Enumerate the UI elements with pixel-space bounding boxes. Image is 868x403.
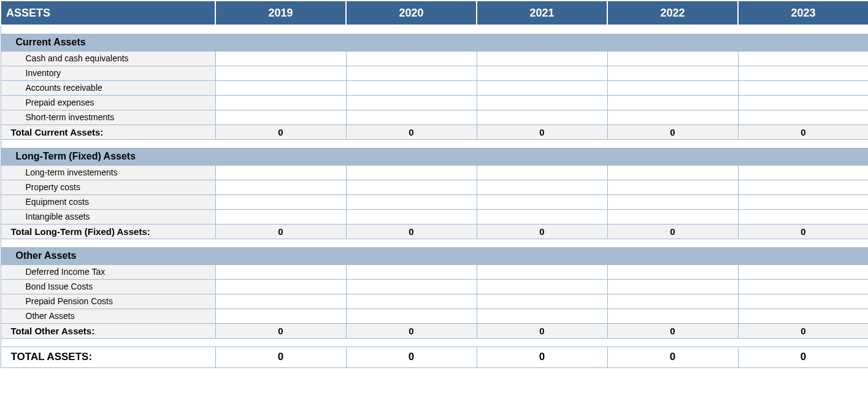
- subtotal-row: Total Other Assets:00000: [1, 323, 868, 338]
- line-value[interactable]: [477, 51, 607, 66]
- line-value[interactable]: [215, 209, 346, 224]
- subtotal-value: 0: [346, 125, 477, 139]
- line-value[interactable]: [346, 66, 477, 80]
- header-year: 2022: [607, 1, 738, 25]
- line-value[interactable]: [607, 279, 738, 294]
- grand-total-value: 0: [477, 347, 607, 367]
- line-value[interactable]: [738, 80, 868, 95]
- line-value[interactable]: [215, 95, 346, 110]
- line-value[interactable]: [607, 294, 738, 309]
- line-value[interactable]: [607, 95, 738, 110]
- line-value[interactable]: [477, 264, 607, 279]
- line-value[interactable]: [477, 110, 607, 125]
- line-value[interactable]: [477, 309, 607, 323]
- line-value[interactable]: [477, 80, 607, 95]
- subtotal-row: Total Long-Term (Fixed) Assets:00000: [1, 224, 868, 239]
- line-value[interactable]: [738, 309, 868, 323]
- line-value[interactable]: [607, 194, 738, 209]
- line-value[interactable]: [215, 294, 346, 309]
- line-value[interactable]: [477, 165, 607, 180]
- line-value[interactable]: [346, 95, 477, 110]
- line-value[interactable]: [738, 294, 868, 309]
- line-value[interactable]: [607, 180, 738, 194]
- spacer-cell: [1, 239, 868, 247]
- line-value[interactable]: [738, 264, 868, 279]
- subtotal-value: 0: [346, 323, 477, 338]
- line-value[interactable]: [215, 51, 346, 66]
- line-value[interactable]: [607, 264, 738, 279]
- section-heading: Current Assets: [1, 34, 868, 51]
- line-value[interactable]: [607, 309, 738, 323]
- line-value[interactable]: [607, 165, 738, 180]
- line-value[interactable]: [346, 51, 477, 66]
- subtotal-value: 0: [477, 224, 607, 239]
- line-item: Prepaid Pension Costs: [1, 294, 868, 309]
- line-value[interactable]: [215, 180, 346, 194]
- line-value[interactable]: [738, 66, 868, 80]
- line-value[interactable]: [607, 80, 738, 95]
- subtotal-label: Total Long-Term (Fixed) Assets:: [1, 224, 215, 239]
- header-year: 2019: [215, 1, 346, 25]
- line-value[interactable]: [346, 309, 477, 323]
- line-value[interactable]: [738, 51, 868, 66]
- line-item: Long-term investements: [1, 165, 868, 180]
- subtotal-label: Total Other Assets:: [1, 323, 215, 338]
- line-value[interactable]: [477, 180, 607, 194]
- line-value[interactable]: [346, 279, 477, 294]
- section-heading: Long-Term (Fixed) Assets: [1, 148, 868, 165]
- line-value[interactable]: [346, 194, 477, 209]
- line-value[interactable]: [607, 209, 738, 224]
- line-value[interactable]: [215, 264, 346, 279]
- grand-total-value: 0: [607, 347, 738, 367]
- line-value[interactable]: [738, 95, 868, 110]
- line-item: Equipment costs: [1, 194, 868, 209]
- line-value[interactable]: [346, 80, 477, 95]
- line-label: Long-term investements: [1, 165, 215, 180]
- spacer-cell: [1, 338, 868, 347]
- line-value[interactable]: [607, 66, 738, 80]
- subtotal-value: 0: [607, 125, 738, 139]
- spacer-cell: [1, 139, 868, 148]
- spacer-row: [1, 338, 868, 347]
- subtotal-row: Total Current Assets:00000: [1, 125, 868, 139]
- subtotal-value: 0: [738, 323, 868, 338]
- line-value[interactable]: [607, 51, 738, 66]
- line-value[interactable]: [477, 294, 607, 309]
- line-value[interactable]: [346, 294, 477, 309]
- line-value[interactable]: [215, 309, 346, 323]
- line-value[interactable]: [477, 194, 607, 209]
- line-item: Inventory: [1, 66, 868, 80]
- line-value[interactable]: [477, 209, 607, 224]
- line-item: Short-term investments: [1, 110, 868, 125]
- grand-total-value: 0: [346, 347, 477, 367]
- grand-total-value: 0: [215, 347, 346, 367]
- line-value[interactable]: [738, 279, 868, 294]
- subtotal-value: 0: [607, 323, 738, 338]
- subtotal-label: Total Current Assets:: [1, 125, 215, 139]
- line-value[interactable]: [607, 110, 738, 125]
- line-value[interactable]: [477, 95, 607, 110]
- line-value[interactable]: [738, 194, 868, 209]
- line-value[interactable]: [346, 165, 477, 180]
- line-value[interactable]: [738, 180, 868, 194]
- line-value[interactable]: [215, 279, 346, 294]
- line-item: Deferred Income Tax: [1, 264, 868, 279]
- line-value[interactable]: [477, 279, 607, 294]
- line-value[interactable]: [738, 165, 868, 180]
- line-value[interactable]: [346, 180, 477, 194]
- line-value[interactable]: [738, 110, 868, 125]
- line-item: Other Assets: [1, 309, 868, 323]
- line-value[interactable]: [738, 209, 868, 224]
- line-value[interactable]: [346, 209, 477, 224]
- line-value[interactable]: [215, 165, 346, 180]
- line-value[interactable]: [346, 264, 477, 279]
- line-value[interactable]: [477, 66, 607, 80]
- header-year: 2020: [346, 1, 477, 25]
- line-label: Inventory: [1, 66, 215, 80]
- line-value[interactable]: [346, 110, 477, 125]
- line-value[interactable]: [215, 80, 346, 95]
- line-value[interactable]: [215, 110, 346, 125]
- line-label: Bond Issue Costs: [1, 279, 215, 294]
- line-value[interactable]: [215, 66, 346, 80]
- line-value[interactable]: [215, 194, 346, 209]
